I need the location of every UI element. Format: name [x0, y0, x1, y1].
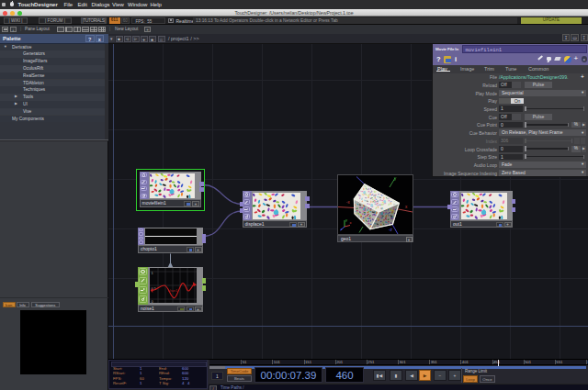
svg-text:0: 0: [151, 299, 153, 303]
svg-text:-x: -x: [346, 200, 350, 205]
svg-text:z: z: [341, 227, 343, 231]
svg-text:y: y: [394, 176, 397, 181]
svg-text:-z: -z: [389, 228, 392, 232]
svg-text:x: x: [405, 205, 408, 209]
svg-text:x: x: [350, 220, 352, 225]
svg-text:y: y: [345, 217, 347, 222]
